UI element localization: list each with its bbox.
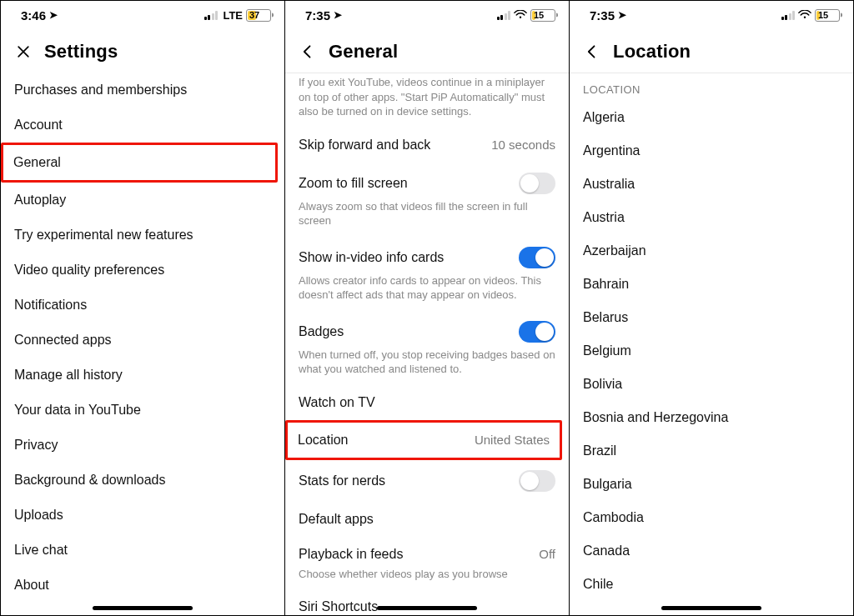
country-item-algeria[interactable]: Algeria (570, 101, 853, 134)
home-indicator (661, 606, 761, 610)
location-header: Location (570, 29, 853, 73)
settings-item-autoplay[interactable]: Autoplay (1, 183, 284, 218)
cellular-strength-icon (204, 11, 219, 20)
row-badges[interactable]: Badges (285, 311, 569, 353)
country-label: Azerbaijan (583, 243, 646, 258)
country-label: Algeria (583, 110, 625, 125)
settings-item-live-chat[interactable]: Live chat (1, 533, 284, 568)
settings-item-account[interactable]: Account (1, 108, 284, 143)
country-item-australia[interactable]: Australia (570, 168, 853, 201)
country-label: Belgium (583, 343, 631, 358)
settings-item-background-downloads[interactable]: Background & downloads (1, 463, 284, 498)
row-label: Siri Shortcuts (299, 599, 378, 614)
settings-item-label: Purchases and memberships (14, 83, 187, 98)
toggle-stats-for-nerds[interactable] (519, 470, 555, 492)
toggle-badges[interactable] (519, 321, 555, 343)
wifi-icon (514, 10, 527, 20)
row-skip-forward-back[interactable]: Skip forward and back 10 seconds (285, 128, 569, 163)
row-label: Zoom to fill screen (299, 176, 408, 191)
settings-item-label: Try experimental new features (14, 228, 193, 243)
country-label: Chile (583, 577, 613, 592)
settings-item-privacy[interactable]: Privacy (1, 428, 284, 463)
settings-item-label: Uploads (14, 508, 63, 523)
settings-item-label: Background & downloads (14, 473, 165, 488)
pip-description: If you exit YouTube, videos continue in … (285, 73, 569, 128)
country-label: Cambodia (583, 510, 644, 525)
battery-icon: 15 (530, 9, 555, 22)
location-section-header: LOCATION (570, 73, 853, 101)
country-item-austria[interactable]: Austria (570, 201, 853, 234)
network-label: LTE (223, 9, 243, 22)
country-item-belarus[interactable]: Belarus (570, 301, 853, 334)
home-indicator (93, 606, 193, 610)
row-label: Playback in feeds (299, 547, 403, 562)
settings-item-your-data-in-youtube[interactable]: Your data in YouTube (1, 393, 284, 428)
toggle-info-cards[interactable] (519, 247, 555, 268)
settings-item-uploads[interactable]: Uploads (1, 498, 284, 533)
settings-item-manage-all-history[interactable]: Manage all history (1, 358, 284, 393)
general-list: If you exit YouTube, videos continue in … (285, 73, 569, 615)
settings-item-purchases-and-memberships[interactable]: Purchases and memberships (1, 73, 284, 108)
status-bar: 7:35 ➤ 15 (570, 1, 853, 29)
country-item-chile[interactable]: Chile (570, 568, 853, 601)
general-header: General (285, 29, 569, 73)
zoom-description: Always zoom so that videos fill the scre… (285, 199, 569, 237)
settings-item-label: Autoplay (14, 193, 66, 208)
settings-item-label: Live chat (14, 543, 68, 558)
page-title: General (329, 41, 398, 63)
country-item-canada[interactable]: Canada (570, 534, 853, 568)
row-label: Stats for nerds (299, 473, 385, 488)
row-default-apps[interactable]: Default apps (285, 502, 569, 537)
row-siri-shortcuts[interactable]: Siri Shortcuts (285, 589, 569, 615)
country-item-azerbaijan[interactable]: Azerbaijan (570, 234, 853, 268)
cellular-strength-icon (497, 11, 511, 20)
country-item-bosnia-and-herzegovina[interactable]: Bosnia and Herzegovina (570, 401, 853, 434)
settings-list: Purchases and membershipsAccountGeneralA… (1, 73, 284, 615)
location-services-icon: ➤ (49, 9, 58, 21)
row-zoom-to-fill[interactable]: Zoom to fill screen (285, 163, 569, 204)
toggle-zoom[interactable] (519, 173, 555, 194)
settings-item-label: Your data in YouTube (14, 403, 141, 418)
row-location[interactable]: Location United States (285, 420, 562, 460)
country-item-bulgaria[interactable]: Bulgaria (570, 468, 853, 501)
row-value: Off (539, 547, 555, 561)
country-label: Bolivia (583, 377, 622, 392)
row-label: Show in-video info cards (299, 250, 444, 265)
location-services-icon: ➤ (618, 9, 626, 21)
status-time: 3:46 (21, 8, 46, 23)
country-label: Australia (583, 177, 635, 192)
back-icon[interactable] (583, 43, 601, 61)
country-label: Bosnia and Herzegovina (583, 410, 728, 425)
settings-item-video-quality-preferences[interactable]: Video quality preferences (1, 253, 284, 288)
row-label: Badges (299, 324, 344, 339)
country-label: Brazil (583, 443, 616, 458)
settings-item-label: About (14, 578, 49, 593)
settings-header: Settings (1, 29, 284, 73)
row-label: Default apps (299, 512, 374, 527)
row-watch-on-tv[interactable]: Watch on TV (285, 385, 569, 420)
country-item-belgium[interactable]: Belgium (570, 334, 853, 368)
battery-icon: 15 (815, 9, 840, 22)
settings-item-general[interactable]: General (1, 143, 278, 183)
page-title: Settings (44, 41, 118, 63)
country-item-argentina[interactable]: Argentina (570, 134, 853, 168)
status-time: 7:35 (305, 8, 330, 23)
country-item-bolivia[interactable]: Bolivia (570, 368, 853, 401)
settings-item-about[interactable]: About (1, 568, 284, 603)
settings-item-label: Privacy (14, 438, 58, 453)
settings-item-try-experimental-new-features[interactable]: Try experimental new features (1, 218, 284, 253)
row-label: Watch on TV (299, 395, 375, 410)
settings-item-label: Video quality preferences (14, 263, 164, 278)
country-item-cambodia[interactable]: Cambodia (570, 501, 853, 534)
status-bar: 7:35 ➤ 15 (285, 1, 569, 29)
country-item-bahrain[interactable]: Bahrain (570, 268, 853, 301)
row-info-cards[interactable]: Show in-video info cards (285, 237, 569, 278)
settings-item-notifications[interactable]: Notifications (1, 288, 284, 323)
row-stats-for-nerds[interactable]: Stats for nerds (285, 460, 569, 502)
close-icon[interactable] (14, 43, 33, 61)
country-item-brazil[interactable]: Brazil (570, 434, 853, 468)
status-time: 7:35 (590, 8, 615, 23)
settings-item-connected-apps[interactable]: Connected apps (1, 323, 284, 358)
back-icon[interactable] (299, 43, 317, 61)
info-cards-description: Allows creator info cards to appear on v… (285, 273, 569, 311)
